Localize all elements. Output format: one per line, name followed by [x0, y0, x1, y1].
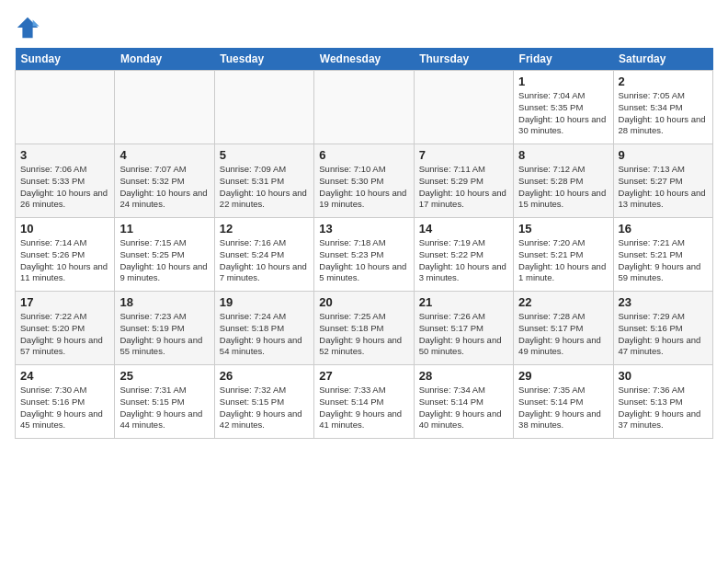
day-number: 18: [119, 295, 209, 309]
weekday-header-saturday: Saturday: [613, 48, 712, 71]
calendar-cell: 22Sunrise: 7:28 AM Sunset: 5:17 PM Dayli…: [514, 292, 613, 365]
calendar-cell: 5Sunrise: 7:09 AM Sunset: 5:31 PM Daylig…: [214, 144, 313, 218]
day-number: 24: [20, 369, 109, 383]
day-number: 11: [119, 222, 209, 236]
day-number: 26: [220, 369, 309, 383]
calendar-cell: 19Sunrise: 7:24 AM Sunset: 5:18 PM Dayli…: [214, 292, 313, 365]
day-number: 20: [319, 295, 408, 309]
day-number: 1: [518, 75, 608, 88]
calendar-cell: 24Sunrise: 7:30 AM Sunset: 5:16 PM Dayli…: [16, 365, 115, 439]
calendar-cell: 17Sunrise: 7:22 AM Sunset: 5:20 PM Dayli…: [16, 292, 115, 365]
day-info: Sunrise: 7:29 AM Sunset: 5:16 PM Dayligh…: [619, 311, 708, 358]
day-number: 8: [518, 148, 608, 162]
calendar-cell: [214, 71, 313, 144]
calendar-cell: 30Sunrise: 7:36 AM Sunset: 5:13 PM Dayli…: [613, 365, 712, 439]
calendar-cell: 6Sunrise: 7:10 AM Sunset: 5:30 PM Daylig…: [314, 144, 414, 218]
calendar-body: 1Sunrise: 7:04 AM Sunset: 5:35 PM Daylig…: [16, 71, 713, 439]
day-info: Sunrise: 7:25 AM Sunset: 5:18 PM Dayligh…: [319, 311, 408, 358]
weekday-header-wednesday: Wednesday: [314, 48, 414, 71]
svg-marker-1: [33, 20, 40, 27]
calendar-cell: 18Sunrise: 7:23 AM Sunset: 5:19 PM Dayli…: [115, 292, 214, 365]
day-number: 12: [220, 222, 309, 236]
day-number: 5: [220, 148, 309, 162]
calendar-cell: 21Sunrise: 7:26 AM Sunset: 5:17 PM Dayli…: [414, 292, 513, 365]
calendar-cell: [16, 71, 115, 144]
weekday-row: SundayMondayTuesdayWednesdayThursdayFrid…: [16, 48, 713, 71]
day-number: 29: [518, 369, 608, 383]
day-info: Sunrise: 7:09 AM Sunset: 5:31 PM Dayligh…: [220, 164, 309, 211]
day-info: Sunrise: 7:31 AM Sunset: 5:15 PM Dayligh…: [119, 385, 209, 431]
day-info: Sunrise: 7:26 AM Sunset: 5:17 PM Dayligh…: [419, 311, 508, 358]
day-info: Sunrise: 7:21 AM Sunset: 5:21 PM Dayligh…: [619, 237, 708, 284]
weekday-header-monday: Monday: [115, 48, 214, 71]
day-number: 19: [220, 295, 309, 309]
day-info: Sunrise: 7:12 AM Sunset: 5:28 PM Dayligh…: [518, 164, 608, 211]
day-number: 22: [518, 295, 608, 309]
calendar-cell: 28Sunrise: 7:34 AM Sunset: 5:14 PM Dayli…: [414, 365, 513, 439]
calendar-cell: 4Sunrise: 7:07 AM Sunset: 5:32 PM Daylig…: [115, 144, 214, 218]
calendar-cell: 1Sunrise: 7:04 AM Sunset: 5:35 PM Daylig…: [514, 71, 613, 144]
calendar-cell: 23Sunrise: 7:29 AM Sunset: 5:16 PM Dayli…: [613, 292, 712, 365]
week-row-1: 3Sunrise: 7:06 AM Sunset: 5:33 PM Daylig…: [16, 144, 713, 218]
day-info: Sunrise: 7:23 AM Sunset: 5:19 PM Dayligh…: [119, 311, 209, 358]
day-number: 4: [119, 148, 209, 162]
day-number: 27: [319, 369, 408, 383]
day-info: Sunrise: 7:33 AM Sunset: 5:14 PM Dayligh…: [319, 385, 408, 431]
calendar-cell: 15Sunrise: 7:20 AM Sunset: 5:21 PM Dayli…: [514, 218, 613, 292]
calendar-cell: 11Sunrise: 7:15 AM Sunset: 5:25 PM Dayli…: [115, 218, 214, 292]
calendar-cell: 3Sunrise: 7:06 AM Sunset: 5:33 PM Daylig…: [16, 144, 115, 218]
calendar-header: SundayMondayTuesdayWednesdayThursdayFrid…: [16, 48, 713, 71]
day-info: Sunrise: 7:34 AM Sunset: 5:14 PM Dayligh…: [419, 385, 508, 431]
day-info: Sunrise: 7:18 AM Sunset: 5:23 PM Dayligh…: [319, 237, 408, 284]
day-number: 3: [20, 148, 109, 162]
day-info: Sunrise: 7:28 AM Sunset: 5:17 PM Dayligh…: [518, 311, 608, 358]
logo-icon: [15, 15, 40, 40]
calendar-cell: 2Sunrise: 7:05 AM Sunset: 5:34 PM Daylig…: [613, 71, 712, 144]
calendar-cell: 7Sunrise: 7:11 AM Sunset: 5:29 PM Daylig…: [414, 144, 513, 218]
day-info: Sunrise: 7:13 AM Sunset: 5:27 PM Dayligh…: [619, 164, 708, 211]
day-info: Sunrise: 7:24 AM Sunset: 5:18 PM Dayligh…: [220, 311, 309, 358]
week-row-0: 1Sunrise: 7:04 AM Sunset: 5:35 PM Daylig…: [16, 71, 713, 144]
day-number: 6: [319, 148, 408, 162]
day-info: Sunrise: 7:36 AM Sunset: 5:13 PM Dayligh…: [619, 385, 708, 431]
calendar-cell: [414, 71, 513, 144]
weekday-header-friday: Friday: [514, 48, 613, 71]
calendar-cell: 9Sunrise: 7:13 AM Sunset: 5:27 PM Daylig…: [613, 144, 712, 218]
day-number: 7: [419, 148, 508, 162]
calendar-table: SundayMondayTuesdayWednesdayThursdayFrid…: [15, 48, 713, 439]
day-info: Sunrise: 7:07 AM Sunset: 5:32 PM Dayligh…: [119, 164, 209, 211]
day-number: 23: [619, 295, 708, 309]
calendar-cell: 10Sunrise: 7:14 AM Sunset: 5:26 PM Dayli…: [16, 218, 115, 292]
weekday-header-tuesday: Tuesday: [214, 48, 313, 71]
calendar-cell: 20Sunrise: 7:25 AM Sunset: 5:18 PM Dayli…: [314, 292, 414, 365]
day-info: Sunrise: 7:04 AM Sunset: 5:35 PM Dayligh…: [518, 90, 608, 137]
calendar-cell: 27Sunrise: 7:33 AM Sunset: 5:14 PM Dayli…: [314, 365, 414, 439]
calendar-cell: 12Sunrise: 7:16 AM Sunset: 5:24 PM Dayli…: [214, 218, 313, 292]
day-info: Sunrise: 7:10 AM Sunset: 5:30 PM Dayligh…: [319, 164, 408, 211]
day-number: 28: [419, 369, 508, 383]
day-number: 13: [319, 222, 408, 236]
day-info: Sunrise: 7:06 AM Sunset: 5:33 PM Dayligh…: [20, 164, 109, 211]
day-info: Sunrise: 7:32 AM Sunset: 5:15 PM Dayligh…: [220, 385, 309, 431]
day-info: Sunrise: 7:19 AM Sunset: 5:22 PM Dayligh…: [419, 237, 508, 284]
svg-marker-0: [17, 17, 38, 38]
week-row-3: 17Sunrise: 7:22 AM Sunset: 5:20 PM Dayli…: [16, 292, 713, 365]
calendar-cell: [314, 71, 414, 144]
week-row-2: 10Sunrise: 7:14 AM Sunset: 5:26 PM Dayli…: [16, 218, 713, 292]
day-number: 2: [619, 75, 708, 88]
day-info: Sunrise: 7:20 AM Sunset: 5:21 PM Dayligh…: [518, 237, 608, 284]
day-number: 9: [619, 148, 708, 162]
calendar-cell: [115, 71, 214, 144]
day-number: 10: [20, 222, 109, 236]
day-info: Sunrise: 7:22 AM Sunset: 5:20 PM Dayligh…: [20, 311, 109, 358]
calendar-cell: 29Sunrise: 7:35 AM Sunset: 5:14 PM Dayli…: [514, 365, 613, 439]
weekday-header-sunday: Sunday: [16, 48, 115, 71]
day-number: 30: [619, 369, 708, 383]
week-row-4: 24Sunrise: 7:30 AM Sunset: 5:16 PM Dayli…: [16, 365, 713, 439]
calendar-cell: 16Sunrise: 7:21 AM Sunset: 5:21 PM Dayli…: [613, 218, 712, 292]
day-number: 14: [419, 222, 508, 236]
calendar-cell: 25Sunrise: 7:31 AM Sunset: 5:15 PM Dayli…: [115, 365, 214, 439]
calendar-cell: 8Sunrise: 7:12 AM Sunset: 5:28 PM Daylig…: [514, 144, 613, 218]
page-header: [15, 15, 713, 40]
day-number: 25: [119, 369, 209, 383]
